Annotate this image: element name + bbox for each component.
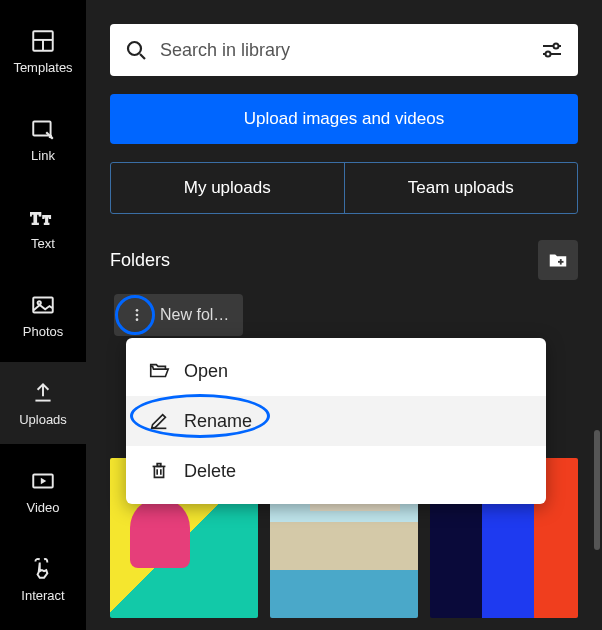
folder-more-button[interactable] bbox=[124, 302, 150, 328]
svg-point-19 bbox=[136, 318, 139, 321]
tab-my-uploads[interactable]: My uploads bbox=[111, 163, 345, 213]
link-icon bbox=[30, 116, 56, 142]
menu-item-label: Delete bbox=[184, 461, 236, 482]
sidebar-item-photos[interactable]: Photos bbox=[0, 274, 86, 356]
sidebar-item-video[interactable]: Video bbox=[0, 450, 86, 532]
svg-point-18 bbox=[136, 314, 139, 317]
sidebar: Templates Link TT Text Photos Uploads Vi… bbox=[0, 0, 86, 630]
text-icon: TT bbox=[30, 204, 56, 230]
search-box[interactable] bbox=[110, 24, 578, 76]
interact-icon bbox=[30, 556, 56, 582]
sidebar-item-uploads[interactable]: Uploads bbox=[0, 362, 86, 444]
sidebar-item-label: Photos bbox=[23, 324, 63, 339]
photos-icon bbox=[30, 292, 56, 318]
svg-point-9 bbox=[128, 42, 141, 55]
svg-point-14 bbox=[546, 52, 551, 57]
add-folder-icon bbox=[547, 249, 569, 271]
svg-line-10 bbox=[140, 54, 145, 59]
tabs: My uploads Team uploads bbox=[110, 162, 578, 214]
folders-header: Folders bbox=[110, 240, 578, 280]
search-input[interactable] bbox=[160, 40, 528, 61]
sidebar-item-label: Text bbox=[31, 236, 55, 251]
add-folder-button[interactable] bbox=[538, 240, 578, 280]
video-icon bbox=[30, 468, 56, 494]
svg-point-12 bbox=[554, 44, 559, 49]
menu-item-label: Open bbox=[184, 361, 228, 382]
templates-icon bbox=[30, 28, 56, 54]
upload-button-label: Upload images and videos bbox=[244, 109, 444, 129]
sidebar-item-templates[interactable]: Templates bbox=[0, 10, 86, 92]
sidebar-item-label: Interact bbox=[21, 588, 64, 603]
rename-icon bbox=[148, 410, 170, 432]
search-icon bbox=[124, 38, 148, 62]
folder-open-icon bbox=[148, 360, 170, 382]
tab-team-uploads[interactable]: Team uploads bbox=[345, 163, 578, 213]
menu-item-delete[interactable]: Delete bbox=[126, 446, 546, 496]
svg-rect-16 bbox=[558, 261, 564, 263]
svg-point-7 bbox=[38, 301, 41, 304]
context-menu: Open Rename Delete bbox=[126, 338, 546, 504]
sidebar-item-interact[interactable]: Interact bbox=[0, 538, 86, 620]
menu-item-open[interactable]: Open bbox=[126, 346, 546, 396]
menu-item-rename[interactable]: Rename bbox=[126, 396, 546, 446]
more-vertical-icon bbox=[129, 307, 145, 323]
svg-point-17 bbox=[136, 309, 139, 312]
sidebar-item-label: Link bbox=[31, 148, 55, 163]
svg-text:T: T bbox=[43, 212, 51, 226]
upload-button[interactable]: Upload images and videos bbox=[110, 94, 578, 144]
filter-icon[interactable] bbox=[540, 38, 564, 62]
menu-item-label: Rename bbox=[184, 411, 252, 432]
delete-icon bbox=[148, 460, 170, 482]
folders-title: Folders bbox=[110, 250, 170, 271]
sidebar-item-label: Video bbox=[26, 500, 59, 515]
scrollbar[interactable] bbox=[594, 430, 600, 550]
svg-rect-6 bbox=[33, 297, 53, 312]
svg-text:T: T bbox=[30, 208, 41, 227]
sidebar-item-label: Templates bbox=[13, 60, 72, 75]
sidebar-item-link[interactable]: Link bbox=[0, 98, 86, 180]
folder-name: New fol… bbox=[160, 306, 229, 324]
folder-chip[interactable]: New fol… bbox=[114, 294, 243, 336]
upload-icon bbox=[30, 380, 56, 406]
sidebar-item-text[interactable]: TT Text bbox=[0, 186, 86, 268]
sidebar-item-label: Uploads bbox=[19, 412, 67, 427]
